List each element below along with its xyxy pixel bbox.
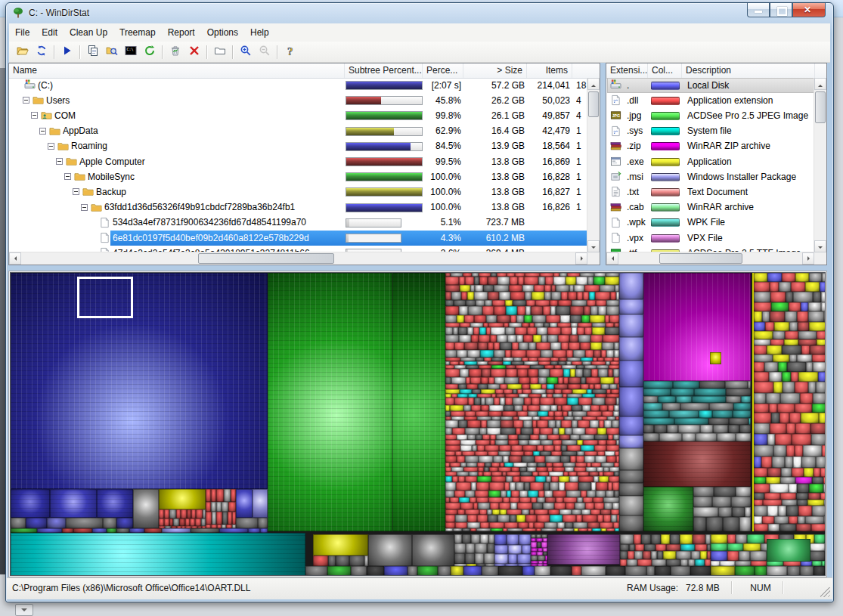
treemap-region-blue-directory[interactable] <box>11 273 268 489</box>
minimize-button[interactable] <box>747 3 770 17</box>
treemap-region-bottom-green[interactable] <box>767 539 810 562</box>
directory-row[interactable]: 6e81dc0197f5d40bef09b2d460a8122e578b229d… <box>10 231 588 246</box>
extension-horizontal-scrollbar[interactable] <box>606 252 814 265</box>
extension-row[interactable]: .txtText Document <box>607 184 815 200</box>
command-prompt-button[interactable]: C:\ <box>122 44 139 60</box>
recycle-bin-button[interactable] <box>166 44 184 60</box>
extension-row[interactable]: .cabWinRAR archive <box>607 200 815 215</box>
column-header-col[interactable]: Col... <box>648 63 682 78</box>
treemap-region-bottom-red-mosaic[interactable] <box>620 534 711 566</box>
treemap-region-red-files-mosaic[interactable] <box>445 273 619 531</box>
extension-row[interactable]: JPG.jpgACDSee Pro 2.5 JPEG Image <box>607 108 815 123</box>
treemap-region-magenta-block[interactable] <box>643 273 751 381</box>
scroll-down-arrow[interactable] <box>814 240 826 252</box>
treemap-region-cyan-block[interactable] <box>11 533 305 576</box>
column-header-perce[interactable]: Perce... <box>423 63 463 78</box>
maximize-button[interactable] <box>770 3 792 17</box>
directory-row[interactable]: (C:)[2:07 s]57.2 GB214,04118 <box>10 78 588 93</box>
column-header-description[interactable]: Description <box>682 63 815 78</box>
treemap-region-blue-sub-3[interactable] <box>97 489 133 518</box>
help-button[interactable]: ? <box>281 44 299 60</box>
directory-row[interactable]: COM99.8%26.1 GB49,8574 <box>10 108 588 123</box>
extension-row[interactable]: .sysSystem file <box>607 124 815 139</box>
scrollbar-thumb[interactable] <box>588 91 599 117</box>
menu-item-help[interactable]: Help <box>244 25 275 40</box>
column-header-subtree-percent[interactable]: Subtree Percent... <box>345 63 423 78</box>
delete-button[interactable] <box>185 44 203 60</box>
scrollbar-thumb[interactable] <box>198 253 334 264</box>
scroll-right-arrow[interactable] <box>802 252 814 265</box>
resize-grip[interactable] <box>820 587 830 597</box>
directory-row[interactable]: MobileSync100.0%13.8 GB16,8281 <box>10 169 588 184</box>
menu-item-clean-up[interactable]: Clean Up <box>64 25 113 40</box>
scroll-down-arrow[interactable] <box>587 240 600 252</box>
extension-row[interactable]: .zipWinRAR ZIP archive <box>607 139 815 154</box>
copy-button[interactable] <box>84 44 101 60</box>
treemap-region-red-mosaic-2[interactable] <box>206 489 236 528</box>
extension-row[interactable]: .msiWindows Installer Package <box>607 169 815 184</box>
open-folder-button[interactable] <box>14 44 31 60</box>
treemap-region-periwinkle-column[interactable] <box>619 273 643 448</box>
tree-expand-toggle[interactable] <box>31 112 38 119</box>
treemap-region-bottom-periwinkle[interactable] <box>494 534 531 566</box>
column-header-extensi[interactable]: Extensi... <box>606 63 648 78</box>
column-header-items[interactable]: Items <box>527 63 572 78</box>
treemap-region-gray-strip-bottom[interactable] <box>236 518 268 528</box>
directory-row[interactable]: Apple Computer99.5%13.8 GB16,8691 <box>10 154 588 169</box>
scroll-right-arrow[interactable] <box>575 252 587 265</box>
scroll-up-arrow[interactable] <box>587 78 600 90</box>
column-header-name[interactable]: Name <box>9 63 345 78</box>
directory-vertical-scrollbar[interactable] <box>587 78 600 252</box>
treemap-region-darkred-block[interactable] <box>643 441 751 487</box>
tree-expand-toggle[interactable] <box>56 158 63 165</box>
extension-row[interactable]: .exeApplication <box>607 154 815 169</box>
treemap-region-blue-sub-1[interactable] <box>11 489 50 518</box>
directory-row[interactable]: Backup100.0%13.8 GB16,8271 <box>10 184 588 200</box>
treemap-region-green-block[interactable] <box>643 487 693 531</box>
scroll-left-arrow[interactable] <box>9 252 21 265</box>
zoom-out-button[interactable] <box>256 44 273 60</box>
treemap-region-gray-block-1[interactable] <box>133 489 159 528</box>
treemap-region-blue-sub-2[interactable] <box>50 489 97 518</box>
scroll-left-arrow[interactable] <box>606 252 618 265</box>
treemap-region-bottom-yellow[interactable] <box>313 534 368 556</box>
resume-button[interactable] <box>58 44 76 60</box>
treemap[interactable] <box>10 272 826 576</box>
treemap-region-bottom-magenta-speck[interactable] <box>531 534 547 566</box>
extension-row[interactable]: .vpxVPX File <box>607 231 815 246</box>
tree-expand-toggle[interactable] <box>73 188 79 195</box>
treemap-region-blue-strip-bottom[interactable] <box>11 518 133 528</box>
menu-item-options[interactable]: Options <box>201 25 244 40</box>
directory-row[interactable]: 534d3a4ef78731f900634236fd67d48541199a70… <box>10 215 588 231</box>
treemap-region-bottom-purple[interactable] <box>547 534 620 565</box>
directory-row[interactable]: AppData62.9%16.4 GB42,4791 <box>10 124 588 139</box>
tree-expand-toggle[interactable] <box>81 204 88 211</box>
menu-item-report[interactable]: Report <box>162 25 201 40</box>
scrollbar-thumb[interactable] <box>815 91 826 123</box>
scroll-up-arrow[interactable] <box>814 78 826 90</box>
treemap-region-bottom-gray-3[interactable] <box>454 534 494 566</box>
tree-expand-toggle[interactable] <box>39 128 46 135</box>
treemap-region-yellow-square[interactable] <box>710 352 721 364</box>
extension-row[interactable]: .wpkWPK File <box>607 215 815 231</box>
treemap-region-green-directory[interactable] <box>268 273 392 531</box>
treemap-region-teal-mosaic[interactable] <box>643 381 751 425</box>
tree-expand-toggle[interactable] <box>48 143 54 150</box>
title-bar[interactable]: C: - WinDirStat ✕ <box>6 3 833 23</box>
treemap-region-gray-mosaic-2[interactable] <box>693 487 751 531</box>
treemap-region-red-mosaic-1[interactable] <box>159 509 206 528</box>
treemap-region-green-directory-2[interactable] <box>392 273 445 531</box>
background-dropdown-button[interactable] <box>15 604 33 616</box>
treemap-region-bottom-gray-2[interactable] <box>412 534 454 566</box>
treemap-region-blue-sub-4[interactable] <box>236 489 253 518</box>
scrollbar-thumb[interactable] <box>659 253 742 264</box>
new-folder-button[interactable] <box>211 44 228 60</box>
treemap-region-gray-row[interactable] <box>643 425 751 441</box>
column-header-size[interactable]: > Size <box>463 63 527 78</box>
refresh-selected-button[interactable] <box>141 44 158 60</box>
show-in-explorer-button[interactable] <box>103 44 120 60</box>
menu-item-edit[interactable]: Edit <box>36 25 64 40</box>
treemap-region-right-column-mosaic[interactable] <box>752 273 826 531</box>
refresh-all-button[interactable] <box>33 44 50 60</box>
treemap-region-blue-sub-5[interactable] <box>253 489 268 518</box>
